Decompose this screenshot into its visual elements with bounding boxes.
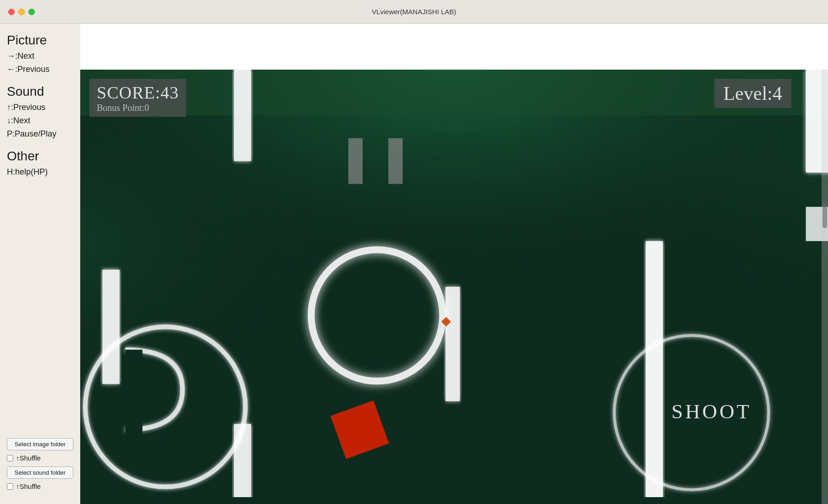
svg-rect-18 bbox=[125, 350, 142, 464]
minimize-button[interactable] bbox=[18, 9, 25, 15]
sidebar: Picture →:Next ←:Previous Sound ↑:Previo… bbox=[0, 24, 80, 504]
titlebar: VLviewer(MANAJISHI LAB) bbox=[0, 0, 828, 24]
svg-rect-9 bbox=[348, 138, 363, 184]
image-shuffle-checkbox[interactable] bbox=[7, 455, 13, 461]
other-section-title: Other bbox=[7, 149, 73, 164]
bonus-text: Bonus Point:0 bbox=[97, 103, 179, 113]
select-sound-folder-button[interactable]: Select sound folder bbox=[7, 466, 73, 479]
right-scrollbar[interactable] bbox=[822, 70, 828, 504]
close-button[interactable] bbox=[8, 9, 15, 15]
window-title: VLviewer(MANAJISHI LAB) bbox=[372, 8, 456, 16]
sound-section-title: Sound bbox=[7, 84, 73, 99]
svg-rect-7 bbox=[234, 70, 251, 161]
game-canvas[interactable]: SCORE:43 Bonus Point:0 Level:4 bbox=[80, 70, 828, 504]
picture-section-title: Picture bbox=[7, 33, 73, 48]
game-top-white bbox=[80, 24, 828, 70]
svg-text:SHOOT: SHOOT bbox=[672, 400, 752, 423]
svg-rect-6 bbox=[102, 270, 119, 384]
traffic-lights bbox=[8, 9, 35, 15]
sound-shuffle-checkbox[interactable] bbox=[7, 483, 13, 490]
select-image-folder-button[interactable]: Select image folder bbox=[7, 438, 73, 450]
score-text: SCORE:43 bbox=[97, 82, 179, 103]
sound-shuffle-row: ↑Shuffle bbox=[7, 482, 73, 490]
svg-rect-10 bbox=[388, 138, 403, 184]
svg-rect-12 bbox=[646, 241, 662, 504]
sidebar-item-pause-play[interactable]: P:Pause/Play bbox=[7, 128, 73, 140]
sidebar-item-help[interactable]: H:help(HP) bbox=[7, 166, 73, 178]
scrollbar-thumb bbox=[822, 201, 827, 228]
maximize-button[interactable] bbox=[28, 9, 35, 15]
sidebar-item-next-sound[interactable]: ↓:Next bbox=[7, 115, 73, 126]
game-svg: SHOOT bbox=[80, 70, 828, 504]
hud-score: SCORE:43 Bonus Point:0 bbox=[89, 79, 186, 117]
image-shuffle-row: ↑Shuffle bbox=[7, 454, 73, 462]
sidebar-item-next-picture[interactable]: →:Next bbox=[7, 50, 73, 62]
game-area: SCORE:43 Bonus Point:0 Level:4 bbox=[80, 24, 828, 504]
main-layout: Picture →:Next ←:Previous Sound ↑:Previo… bbox=[0, 24, 828, 504]
hud-level: Level:4 bbox=[714, 79, 791, 108]
image-shuffle-label: ↑Shuffle bbox=[16, 454, 41, 462]
svg-rect-8 bbox=[234, 424, 251, 504]
level-text: Level:4 bbox=[723, 82, 782, 104]
sidebar-item-prev-sound[interactable]: ↑:Previous bbox=[7, 102, 73, 113]
sidebar-bottom: Select image folder ↑Shuffle Select soun… bbox=[7, 433, 73, 495]
svg-rect-24 bbox=[80, 497, 828, 504]
sound-shuffle-label: ↑Shuffle bbox=[16, 482, 41, 490]
sidebar-item-prev-picture[interactable]: ←:Previous bbox=[7, 64, 73, 75]
svg-rect-11 bbox=[446, 287, 460, 401]
